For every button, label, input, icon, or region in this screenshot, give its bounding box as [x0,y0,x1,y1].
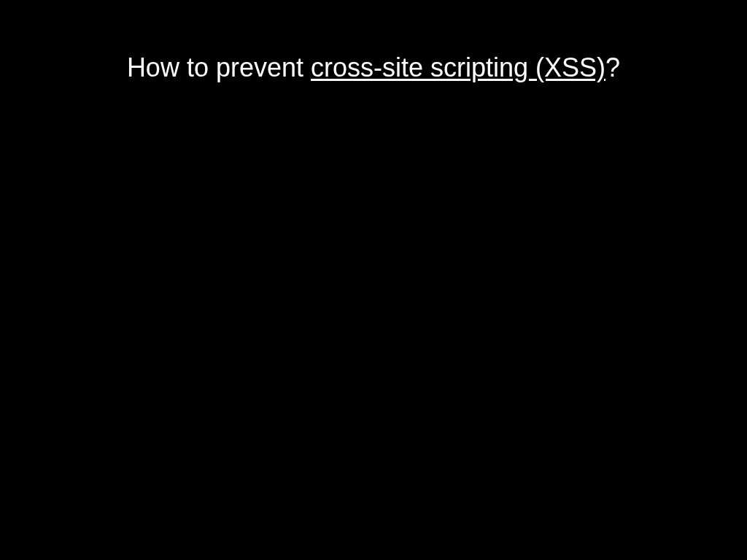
title-underlined: cross-site scripting (XSS) [311,52,605,82]
slide-container: How to prevent cross-site scripting (XSS… [0,0,747,560]
title-prefix: How to prevent [127,52,311,82]
title-suffix: ? [605,52,620,82]
slide-title: How to prevent cross-site scripting (XSS… [0,51,747,85]
